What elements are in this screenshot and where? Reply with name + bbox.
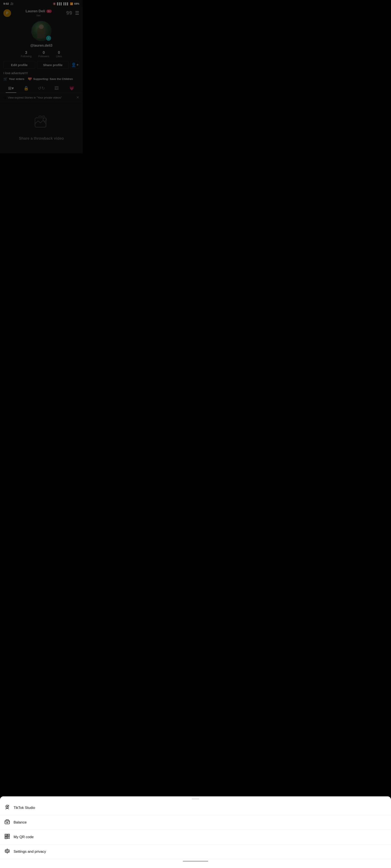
overlay[interactable] [0,0,83,179]
